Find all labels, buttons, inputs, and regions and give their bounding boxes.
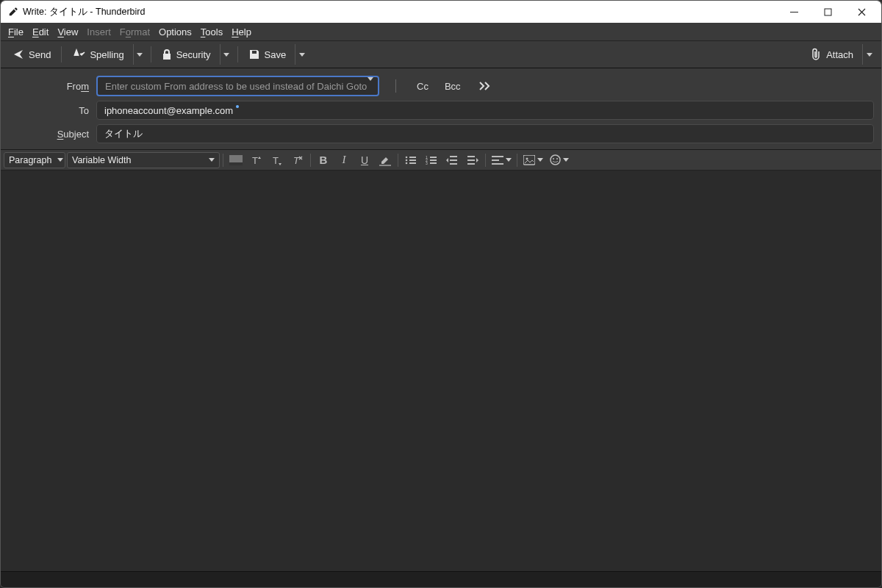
outdent-button[interactable] [442, 151, 462, 169]
font-size-increase-button[interactable]: T [247, 151, 266, 169]
svg-point-12 [406, 162, 408, 164]
to-label: To [8, 105, 89, 116]
svg-point-32 [553, 158, 554, 159]
svg-point-10 [406, 159, 408, 161]
separator [517, 154, 517, 167]
chevron-down-icon [299, 53, 305, 57]
security-dropdown[interactable] [220, 44, 233, 65]
cc-button[interactable]: Cc [412, 78, 433, 95]
menu-file[interactable]: File [4, 25, 28, 39]
separator [61, 46, 62, 62]
title-bar: Write: タイトル - Thunderbird [1, 1, 881, 23]
separator [237, 46, 238, 62]
subject-value: タイトル [104, 127, 143, 140]
window-title: Write: タイトル - Thunderbird [23, 6, 777, 18]
send-label: Send [29, 49, 51, 60]
svg-rect-1 [825, 9, 831, 15]
pencil-icon [8, 7, 18, 17]
chevron-down-icon [209, 158, 215, 162]
numbered-list-button[interactable]: 123 [422, 151, 441, 169]
svg-rect-17 [430, 159, 437, 161]
svg-text:T: T [252, 155, 258, 166]
underline-button[interactable]: U [355, 151, 374, 169]
font-size-decrease-button[interactable]: T [268, 151, 287, 169]
attach-dropdown[interactable] [862, 44, 875, 65]
main-toolbar: Send Spelling Security Save Attach [1, 40, 881, 68]
menu-tools[interactable]: Tools [196, 25, 227, 39]
minimize-button[interactable] [777, 1, 811, 23]
bullet-list-button[interactable] [401, 151, 420, 169]
paperclip-icon [810, 48, 822, 61]
spelling-label: Spelling [90, 49, 123, 60]
attach-button[interactable]: Attach [804, 45, 859, 64]
svg-point-33 [556, 158, 558, 159]
chevron-down-icon [563, 158, 569, 162]
autocomplete-indicator-icon [236, 105, 239, 108]
chevron-down-icon[interactable] [368, 81, 373, 92]
svg-rect-24 [467, 159, 475, 161]
save-dropdown[interactable] [295, 44, 308, 65]
separator [485, 154, 486, 167]
menu-insert: Insert [82, 25, 115, 39]
to-input[interactable]: iphoneaccount@example.com [96, 101, 874, 120]
text-color-button[interactable] [226, 151, 245, 169]
chevron-down-icon [867, 53, 872, 57]
svg-rect-23 [467, 156, 475, 157]
overflow-button[interactable] [478, 81, 492, 91]
font-select[interactable]: Variable Width [67, 152, 220, 168]
chevron-down-icon [137, 53, 143, 57]
align-button[interactable] [489, 151, 514, 169]
menu-bar: File Edit View Insert Format Options Too… [1, 23, 881, 40]
save-button[interactable]: Save [243, 46, 293, 63]
menu-format: Format [115, 25, 154, 39]
svg-rect-25 [467, 163, 475, 165]
menu-view[interactable]: View [53, 25, 82, 39]
svg-rect-21 [450, 159, 457, 161]
emoji-button[interactable] [547, 151, 572, 169]
chevron-down-icon [506, 158, 512, 162]
format-toolbar: Paragraph Variable Width T T T B I U 123 [1, 150, 881, 171]
chevron-down-icon [57, 158, 63, 162]
svg-point-8 [406, 156, 408, 158]
menu-help[interactable]: Help [227, 25, 256, 39]
svg-text:T: T [293, 155, 300, 166]
from-input[interactable]: Enter custom From address to be used ins… [96, 76, 379, 96]
chevron-down-icon [223, 53, 229, 57]
svg-rect-28 [492, 163, 503, 165]
security-button[interactable]: Security [156, 46, 217, 63]
compose-headers: From Enter custom From address to be use… [1, 68, 881, 150]
indent-button[interactable] [463, 151, 482, 169]
svg-point-30 [526, 157, 528, 159]
subject-input[interactable]: タイトル [96, 124, 874, 143]
svg-rect-20 [450, 156, 457, 157]
svg-rect-9 [409, 157, 416, 158]
remove-format-button[interactable]: T [288, 151, 307, 169]
highlight-button[interactable] [376, 151, 395, 169]
svg-rect-11 [409, 159, 416, 161]
send-button[interactable]: Send [7, 46, 57, 63]
svg-rect-13 [409, 162, 416, 164]
bcc-button[interactable]: Bcc [440, 78, 465, 95]
from-label: From [8, 81, 89, 92]
menu-edit[interactable]: Edit [28, 25, 53, 39]
menu-options[interactable]: Options [154, 25, 196, 39]
svg-point-31 [551, 155, 560, 165]
lock-icon [162, 49, 172, 60]
spelling-dropdown[interactable] [133, 44, 146, 65]
spelling-button[interactable]: Spelling [66, 46, 129, 63]
paragraph-label: Paragraph [9, 155, 51, 165]
insert-image-button[interactable] [520, 151, 545, 169]
italic-button[interactable]: I [334, 151, 354, 169]
message-body[interactable] [1, 171, 881, 571]
close-button[interactable] [845, 1, 878, 23]
svg-text:T: T [273, 155, 279, 166]
bold-button[interactable]: B [314, 151, 333, 169]
spelling-icon [72, 49, 85, 60]
paragraph-select[interactable]: Paragraph [4, 152, 65, 168]
separator [398, 154, 398, 167]
save-label: Save [265, 49, 287, 60]
svg-rect-22 [450, 163, 457, 165]
svg-text:3: 3 [426, 161, 428, 165]
maximize-button[interactable] [811, 1, 845, 23]
svg-rect-3 [229, 162, 243, 165]
